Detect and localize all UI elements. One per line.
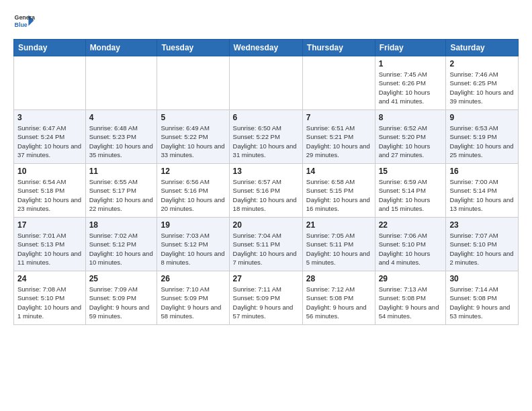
day-number: 4	[89, 113, 154, 122]
calendar-week-3: 10Sunrise: 6:54 AM Sunset: 5:18 PM Dayli…	[14, 164, 519, 218]
day-info: Sunrise: 6:49 AM Sunset: 5:22 PM Dayligh…	[161, 124, 225, 159]
day-info: Sunrise: 6:57 AM Sunset: 5:16 PM Dayligh…	[233, 177, 299, 213]
day-info: Sunrise: 6:48 AM Sunset: 5:23 PM Dayligh…	[89, 124, 154, 159]
day-number: 20	[233, 220, 299, 230]
calendar-cell: 22Sunrise: 7:06 AM Sunset: 5:10 PM Dayli…	[375, 218, 446, 271]
calendar-week-4: 17Sunrise: 7:01 AM Sunset: 5:13 PM Dayli…	[14, 218, 519, 271]
day-info: Sunrise: 6:50 AM Sunset: 5:22 PM Dayligh…	[233, 124, 299, 159]
day-number: 15	[379, 167, 443, 176]
calendar-header-saturday: Saturday	[446, 40, 519, 56]
day-info: Sunrise: 7:14 AM Sunset: 5:08 PM Dayligh…	[449, 285, 515, 320]
calendar-cell: 18Sunrise: 7:02 AM Sunset: 5:12 PM Dayli…	[85, 218, 157, 271]
calendar-cell: 16Sunrise: 7:00 AM Sunset: 5:14 PM Dayli…	[446, 164, 519, 218]
day-info: Sunrise: 7:00 AM Sunset: 5:14 PM Dayligh…	[449, 177, 515, 213]
calendar-week-2: 3Sunrise: 6:47 AM Sunset: 5:24 PM Daylig…	[14, 110, 519, 164]
day-number: 17	[17, 220, 82, 230]
day-info: Sunrise: 7:45 AM Sunset: 6:26 PM Dayligh…	[379, 70, 443, 105]
day-number: 7	[306, 113, 371, 122]
day-info: Sunrise: 7:46 AM Sunset: 6:25 PM Dayligh…	[449, 70, 515, 105]
day-info: Sunrise: 7:04 AM Sunset: 5:11 PM Dayligh…	[233, 231, 299, 267]
calendar-header-sunday: Sunday	[14, 40, 86, 56]
day-info: Sunrise: 6:53 AM Sunset: 5:19 PM Dayligh…	[449, 124, 515, 159]
calendar-cell: 13Sunrise: 6:57 AM Sunset: 5:16 PM Dayli…	[229, 164, 302, 218]
day-info: Sunrise: 6:47 AM Sunset: 5:24 PM Dayligh…	[17, 124, 82, 159]
page: General Blue SundayMondayTuesdayWednesda…	[0, 0, 532, 338]
day-info: Sunrise: 7:13 AM Sunset: 5:08 PM Dayligh…	[379, 285, 443, 320]
day-info: Sunrise: 7:03 AM Sunset: 5:12 PM Dayligh…	[161, 231, 225, 267]
day-number: 13	[233, 167, 299, 176]
calendar-cell	[157, 56, 229, 110]
day-number: 14	[306, 167, 371, 176]
calendar-cell: 14Sunrise: 6:58 AM Sunset: 5:15 PM Dayli…	[302, 164, 375, 218]
calendar-cell: 28Sunrise: 7:12 AM Sunset: 5:08 PM Dayli…	[302, 271, 375, 325]
day-info: Sunrise: 6:56 AM Sunset: 5:16 PM Dayligh…	[161, 177, 225, 213]
calendar-cell: 29Sunrise: 7:13 AM Sunset: 5:08 PM Dayli…	[375, 271, 446, 325]
day-info: Sunrise: 7:06 AM Sunset: 5:10 PM Dayligh…	[379, 231, 443, 267]
day-number: 25	[89, 274, 154, 283]
day-number: 18	[89, 220, 154, 230]
calendar-cell: 7Sunrise: 6:51 AM Sunset: 5:21 PM Daylig…	[302, 110, 375, 164]
calendar-cell: 20Sunrise: 7:04 AM Sunset: 5:11 PM Dayli…	[229, 218, 302, 271]
calendar-week-5: 24Sunrise: 7:08 AM Sunset: 5:10 PM Dayli…	[14, 271, 519, 325]
calendar-cell: 15Sunrise: 6:59 AM Sunset: 5:14 PM Dayli…	[375, 164, 446, 218]
header: General Blue	[13, 11, 519, 32]
day-number: 22	[379, 220, 443, 230]
calendar-cell: 21Sunrise: 7:05 AM Sunset: 5:11 PM Dayli…	[302, 218, 375, 271]
day-number: 3	[17, 113, 82, 122]
day-number: 6	[233, 113, 299, 122]
calendar-week-1: 1Sunrise: 7:45 AM Sunset: 6:26 PM Daylig…	[14, 56, 519, 110]
calendar-cell: 6Sunrise: 6:50 AM Sunset: 5:22 PM Daylig…	[229, 110, 302, 164]
calendar-cell	[14, 56, 86, 110]
calendar-cell: 25Sunrise: 7:09 AM Sunset: 5:09 PM Dayli…	[85, 271, 157, 325]
calendar-header-wednesday: Wednesday	[229, 40, 302, 56]
day-number: 24	[17, 274, 82, 283]
calendar-cell: 17Sunrise: 7:01 AM Sunset: 5:13 PM Dayli…	[14, 218, 86, 271]
day-info: Sunrise: 6:59 AM Sunset: 5:14 PM Dayligh…	[379, 177, 443, 213]
day-info: Sunrise: 6:52 AM Sunset: 5:20 PM Dayligh…	[379, 124, 443, 159]
day-info: Sunrise: 7:09 AM Sunset: 5:09 PM Dayligh…	[89, 285, 154, 320]
day-number: 23	[449, 220, 515, 230]
calendar-cell: 5Sunrise: 6:49 AM Sunset: 5:22 PM Daylig…	[157, 110, 229, 164]
calendar-cell: 12Sunrise: 6:56 AM Sunset: 5:16 PM Dayli…	[157, 164, 229, 218]
day-info: Sunrise: 7:10 AM Sunset: 5:09 PM Dayligh…	[161, 285, 225, 320]
day-info: Sunrise: 7:01 AM Sunset: 5:13 PM Dayligh…	[17, 231, 82, 267]
calendar-cell: 9Sunrise: 6:53 AM Sunset: 5:19 PM Daylig…	[446, 110, 519, 164]
calendar-header-row: SundayMondayTuesdayWednesdayThursdayFrid…	[14, 40, 519, 56]
day-number: 16	[449, 167, 515, 176]
calendar-cell: 1Sunrise: 7:45 AM Sunset: 6:26 PM Daylig…	[375, 56, 446, 110]
day-info: Sunrise: 6:55 AM Sunset: 5:17 PM Dayligh…	[89, 177, 154, 213]
day-number: 8	[379, 113, 443, 122]
calendar-cell: 3Sunrise: 6:47 AM Sunset: 5:24 PM Daylig…	[14, 110, 86, 164]
calendar-cell: 8Sunrise: 6:52 AM Sunset: 5:20 PM Daylig…	[375, 110, 446, 164]
day-info: Sunrise: 7:11 AM Sunset: 5:09 PM Dayligh…	[233, 285, 299, 320]
calendar-header-thursday: Thursday	[302, 40, 375, 56]
calendar-header-friday: Friday	[375, 40, 446, 56]
day-number: 19	[161, 220, 225, 230]
day-info: Sunrise: 6:58 AM Sunset: 5:15 PM Dayligh…	[306, 177, 371, 213]
calendar-cell	[85, 56, 157, 110]
day-info: Sunrise: 6:51 AM Sunset: 5:21 PM Dayligh…	[306, 124, 371, 159]
day-info: Sunrise: 7:08 AM Sunset: 5:10 PM Dayligh…	[17, 285, 82, 320]
calendar-cell: 4Sunrise: 6:48 AM Sunset: 5:23 PM Daylig…	[85, 110, 157, 164]
day-number: 26	[161, 274, 225, 283]
calendar-cell: 24Sunrise: 7:08 AM Sunset: 5:10 PM Dayli…	[14, 271, 86, 325]
svg-text:General: General	[15, 14, 35, 21]
calendar-cell: 27Sunrise: 7:11 AM Sunset: 5:09 PM Dayli…	[229, 271, 302, 325]
day-number: 28	[306, 274, 371, 283]
calendar-header-tuesday: Tuesday	[157, 40, 229, 56]
logo: General Blue	[13, 11, 35, 32]
day-info: Sunrise: 7:07 AM Sunset: 5:10 PM Dayligh…	[449, 231, 515, 267]
day-number: 30	[449, 274, 515, 283]
day-number: 5	[161, 113, 225, 122]
logo-icon: General Blue	[13, 11, 35, 32]
calendar-cell: 11Sunrise: 6:55 AM Sunset: 5:17 PM Dayli…	[85, 164, 157, 218]
calendar-cell: 10Sunrise: 6:54 AM Sunset: 5:18 PM Dayli…	[14, 164, 86, 218]
day-number: 1	[379, 59, 443, 68]
calendar-cell: 19Sunrise: 7:03 AM Sunset: 5:12 PM Dayli…	[157, 218, 229, 271]
svg-text:Blue: Blue	[15, 21, 28, 28]
day-number: 12	[161, 167, 225, 176]
calendar-cell: 2Sunrise: 7:46 AM Sunset: 6:25 PM Daylig…	[446, 56, 519, 110]
day-info: Sunrise: 6:54 AM Sunset: 5:18 PM Dayligh…	[17, 177, 82, 213]
calendar-header-monday: Monday	[85, 40, 157, 56]
calendar-cell: 23Sunrise: 7:07 AM Sunset: 5:10 PM Dayli…	[446, 218, 519, 271]
